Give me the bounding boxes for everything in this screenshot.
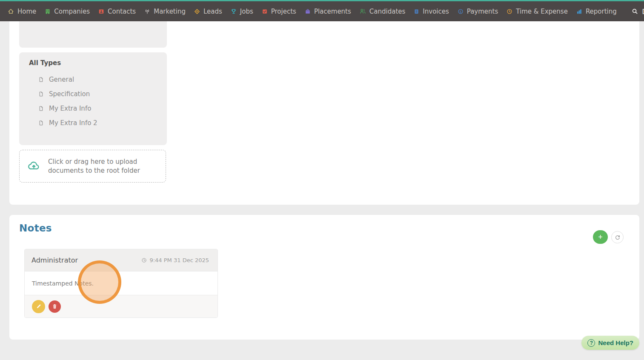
nav-item-label: Placements bbox=[314, 8, 351, 15]
upload-dropzone-label: Click or drag here to upload documents t… bbox=[48, 157, 147, 175]
refresh-icon bbox=[615, 234, 621, 240]
candidates-icon bbox=[360, 8, 366, 14]
file-icon bbox=[38, 91, 44, 97]
need-help-button[interactable]: ? Need Help? bbox=[581, 336, 639, 350]
trash-icon bbox=[52, 303, 57, 309]
refresh-notes-button[interactable] bbox=[611, 231, 624, 243]
marketing-icon bbox=[144, 9, 150, 14]
question-mark-icon: ? bbox=[587, 339, 595, 347]
nav-item-candidates[interactable]: Candidates bbox=[360, 8, 406, 15]
nav-item-label: Contacts bbox=[108, 8, 136, 15]
contacts-icon bbox=[98, 9, 104, 14]
document-type-my-extra-info-2[interactable]: My Extra Info 2 bbox=[29, 116, 167, 130]
document-type-specification[interactable]: Specification bbox=[29, 87, 167, 101]
projects-icon bbox=[262, 9, 268, 14]
document-types-panel: All Types General Specification My Extra… bbox=[19, 52, 167, 145]
nav-overflow-label: D bbox=[642, 8, 644, 16]
nav-item-label: Companies bbox=[54, 8, 90, 15]
notes-card: Notes + Administrator 9:44 PM 31 Dec 202… bbox=[9, 215, 639, 340]
nav-item-jobs[interactable]: Jobs bbox=[231, 8, 253, 15]
document-type-label: My Extra Info 2 bbox=[49, 119, 97, 127]
payments-icon: $ bbox=[458, 9, 464, 14]
nav-item-companies[interactable]: Companies bbox=[45, 8, 90, 15]
reporting-icon bbox=[576, 9, 582, 14]
file-icon bbox=[38, 77, 44, 83]
nav-item-contacts[interactable]: Contacts bbox=[98, 8, 136, 15]
document-type-my-extra-info[interactable]: My Extra Info bbox=[29, 101, 167, 116]
nav-item-projects[interactable]: Projects bbox=[262, 8, 296, 15]
nav-item-label: Invoices bbox=[423, 8, 449, 15]
document-type-general[interactable]: General bbox=[29, 72, 167, 87]
note-timestamp-text: 9:44 PM 31 Dec 2025 bbox=[149, 257, 209, 263]
delete-note-button[interactable] bbox=[49, 300, 61, 313]
note-timestamp: 9:44 PM 31 Dec 2025 bbox=[141, 257, 209, 263]
nav-item-label: Candidates bbox=[369, 8, 406, 15]
upload-dropzone[interactable]: Click or drag here to upload documents t… bbox=[19, 150, 166, 183]
nav-item-home[interactable]: Home bbox=[8, 8, 36, 15]
document-type-label: My Extra Info bbox=[49, 105, 91, 112]
note-author: Administrator bbox=[31, 256, 78, 264]
nav-search[interactable]: D bbox=[632, 1, 644, 21]
folders-panel-clipped bbox=[19, 21, 167, 48]
search-icon[interactable] bbox=[632, 8, 638, 16]
nav-item-label: Time & Expense bbox=[516, 8, 568, 15]
add-note-button[interactable]: + bbox=[593, 230, 608, 244]
notes-section-title: Notes bbox=[19, 223, 52, 234]
nav-item-label: Jobs bbox=[240, 8, 253, 15]
home-icon bbox=[8, 8, 14, 14]
nav-item-label: Payments bbox=[467, 8, 498, 15]
leads-icon bbox=[194, 9, 200, 14]
note-actions bbox=[25, 295, 218, 317]
edit-note-button[interactable] bbox=[32, 300, 45, 313]
pencil-icon bbox=[36, 303, 42, 309]
document-type-label: Specification bbox=[49, 90, 90, 98]
nav-item-label: Leads bbox=[203, 8, 222, 15]
invoices-icon bbox=[414, 9, 419, 14]
nav-item-label: Projects bbox=[271, 8, 296, 15]
file-icon bbox=[38, 106, 44, 111]
file-icon bbox=[38, 120, 44, 126]
document-type-label: General bbox=[49, 76, 74, 83]
companies-icon bbox=[45, 9, 51, 14]
note-header: Administrator 9:44 PM 31 Dec 2025 bbox=[25, 249, 218, 271]
nav-item-marketing[interactable]: Marketing bbox=[144, 8, 186, 15]
top-nav: Home Companies Contacts Marketing Leads … bbox=[0, 0, 644, 21]
time-expense-icon bbox=[507, 9, 512, 14]
documents-card: All Types General Specification My Extra… bbox=[9, 21, 639, 205]
nav-item-label: Home bbox=[17, 8, 36, 15]
cloud-upload-icon bbox=[27, 160, 40, 173]
nav-item-label: Marketing bbox=[154, 8, 186, 15]
need-help-label: Need Help? bbox=[598, 339, 633, 346]
note-content: Timestamped Notes. bbox=[25, 271, 218, 295]
document-types-title: All Types bbox=[29, 59, 167, 67]
nav-item-leads[interactable]: Leads bbox=[194, 8, 222, 15]
clock-icon bbox=[141, 257, 147, 263]
nav-item-invoices[interactable]: Invoices bbox=[414, 8, 449, 15]
nav-item-placements[interactable]: Placements bbox=[305, 8, 351, 15]
nav-item-reporting[interactable]: Reporting bbox=[576, 8, 617, 15]
note-item: Administrator 9:44 PM 31 Dec 2025 Timest… bbox=[24, 249, 218, 318]
nav-item-payments[interactable]: $ Payments bbox=[458, 8, 498, 15]
placements-icon bbox=[305, 9, 311, 14]
svg-text:$: $ bbox=[459, 9, 461, 13]
nav-item-time-expense[interactable]: Time & Expense bbox=[507, 8, 568, 15]
jobs-icon bbox=[231, 9, 237, 14]
nav-item-label: Reporting bbox=[586, 8, 617, 15]
document-type-list: General Specification My Extra Info My E… bbox=[29, 72, 167, 130]
